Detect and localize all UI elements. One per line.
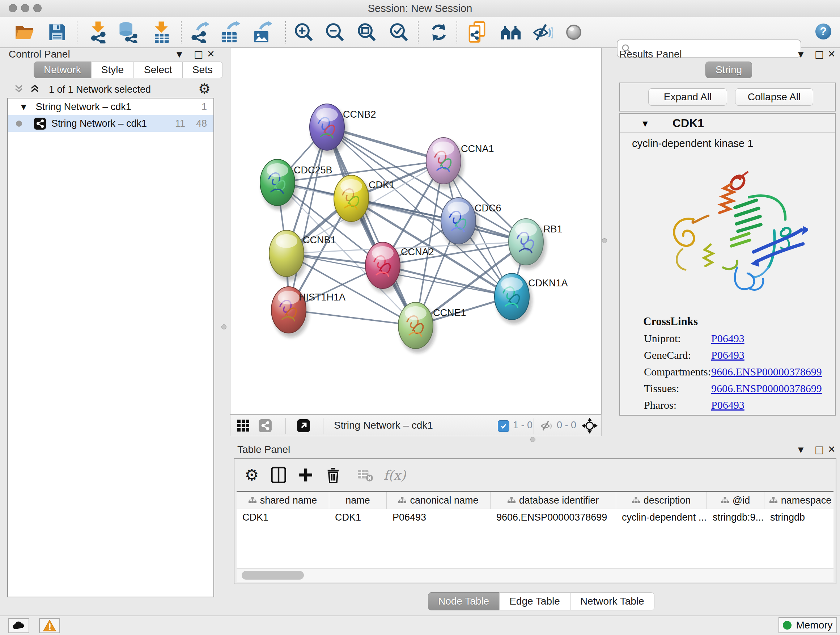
panel-menu-icon[interactable]: ▼	[798, 445, 804, 454]
node-label-cdc25b: CDC25B	[294, 165, 332, 176]
show-columns-button[interactable]	[267, 463, 290, 486]
column-header-shared-name[interactable]: shared name	[237, 492, 329, 509]
detach-view-button[interactable]	[295, 418, 312, 434]
status-bar: Memory	[0, 616, 840, 635]
gear-icon[interactable]: ⚙	[198, 82, 210, 96]
import-network-button[interactable]	[86, 19, 111, 45]
fx-icon: f(x)	[384, 468, 406, 483]
collapse-triangle-icon[interactable]: ▼	[21, 103, 27, 111]
table-cell[interactable]: 9606.ENSP00000378699	[491, 509, 616, 526]
toolbar-separator	[181, 21, 182, 43]
refresh-layout-button[interactable]	[426, 19, 451, 45]
import-network-from-database-button[interactable]	[116, 19, 141, 45]
collapse-triangle-icon[interactable]: ▼	[643, 119, 648, 127]
crosslink-row: Pharos:P06493	[644, 399, 745, 411]
hide-details-button[interactable]	[530, 19, 554, 45]
gene-panel-header[interactable]: ▼ CDK1	[620, 114, 835, 133]
zoom-selected-button[interactable]	[387, 19, 411, 45]
function-builder-button[interactable]: f(x)	[378, 463, 411, 486]
network-canvas[interactable]: CCNB2CCNA1CDC25BCDK1CDC6RB1CCNB1CCNA2CDK…	[230, 48, 602, 415]
tab-network[interactable]: Network	[34, 62, 91, 78]
float-panel-icon[interactable]: □	[815, 444, 824, 455]
crosslink-label: Compartments:	[644, 366, 711, 378]
import-table-button[interactable]	[149, 19, 174, 45]
scrollbar-thumb[interactable]	[242, 571, 304, 580]
collapse-all-button[interactable]: Collapse All	[735, 88, 813, 106]
column-header-canonical-name[interactable]: canonical name	[387, 492, 491, 509]
tab-node-table[interactable]: Node Table	[428, 592, 499, 610]
crosslink-row: Tissues:9606.ENSP00000378699	[644, 382, 822, 394]
export-table-button[interactable]	[218, 19, 242, 45]
close-panel-icon[interactable]: ✕	[828, 49, 836, 59]
tab-sets[interactable]: Sets	[182, 62, 223, 78]
close-panel-icon[interactable]: ✕	[207, 49, 215, 59]
houses-button[interactable]	[499, 19, 523, 45]
warning-status-button[interactable]	[39, 618, 60, 633]
save-session-button[interactable]	[45, 19, 69, 45]
table-cell[interactable]: CDK1	[329, 509, 387, 526]
column-header-namespace[interactable]: namespace	[764, 492, 834, 509]
network-view-share-button[interactable]	[256, 418, 274, 434]
export-image-button[interactable]	[249, 19, 274, 45]
crosslink-genecard[interactable]: P06493	[711, 349, 745, 361]
crosslink-uniprot[interactable]: P06493	[711, 333, 745, 344]
table-gear-button[interactable]: ⚙	[240, 463, 264, 486]
zoom-in-button[interactable]	[292, 19, 316, 45]
table-horizontal-scrollbar[interactable]	[237, 568, 834, 582]
splitter-handle[interactable]	[531, 437, 535, 442]
gene-symbol: CDK1	[673, 117, 704, 130]
crosslink-pharos[interactable]: P06493	[711, 399, 745, 411]
crosslink-label: Uniprot:	[644, 333, 711, 345]
memory-button[interactable]: Memory	[778, 617, 837, 633]
table-cell[interactable]: cyclin-dependent ...	[616, 509, 707, 526]
selected-checkbox-icon[interactable]	[498, 420, 509, 432]
float-panel-icon[interactable]: □	[194, 49, 203, 60]
zoom-out-button[interactable]	[323, 19, 347, 45]
column-header-database-identifier[interactable]: database identifier	[491, 492, 616, 509]
show-details-button[interactable]	[561, 19, 586, 45]
help-button[interactable]: ?	[813, 21, 834, 42]
crosslink-tissues[interactable]: 9606.ENSP00000378699	[711, 382, 822, 394]
add-column-button[interactable]	[294, 463, 317, 486]
delete-column-button[interactable]	[322, 463, 345, 486]
first-neighbors-button[interactable]	[465, 19, 490, 45]
panel-menu-icon[interactable]: ▼	[177, 50, 182, 59]
birds-eye-view-button[interactable]	[581, 417, 599, 434]
delete-table-button[interactable]	[354, 463, 377, 486]
table-panel-tabs: Node Table Edge Table Network Table	[428, 592, 654, 610]
splitter-handle[interactable]	[602, 238, 607, 243]
splitter-handle[interactable]	[221, 325, 226, 329]
tab-string[interactable]: String	[706, 62, 752, 78]
export-network-button[interactable]	[187, 19, 211, 45]
column-header-description[interactable]: description	[616, 492, 707, 509]
zoom-fit-button[interactable]	[355, 19, 379, 45]
expand-all-button[interactable]: Expand All	[648, 88, 727, 106]
folder-open-icon	[14, 23, 35, 41]
cloud-icon	[11, 621, 26, 631]
float-panel-icon[interactable]: □	[815, 49, 824, 60]
network-row[interactable]: String Network – cdk1 11 48	[8, 115, 213, 132]
network-edge[interactable]	[289, 127, 327, 310]
column-header-name[interactable]: name	[329, 492, 387, 509]
table-cell[interactable]: P06493	[387, 509, 491, 526]
table-cell[interactable]: stringdb	[764, 509, 834, 526]
panel-menu-icon[interactable]: ▼	[798, 50, 804, 59]
open-session-button[interactable]	[12, 19, 37, 45]
network-collection-row[interactable]: ▼ String Network – cdk1 1	[8, 98, 213, 115]
tab-style[interactable]: Style	[91, 62, 134, 78]
cloud-status-button[interactable]	[8, 618, 29, 633]
close-panel-icon[interactable]: ✕	[828, 444, 836, 455]
grid-view-button[interactable]	[235, 418, 252, 434]
tab-edge-table[interactable]: Edge Table	[499, 592, 570, 610]
table-row[interactable]: CDK1CDK1P064939606.ENSP00000378699cyclin…	[237, 509, 834, 526]
column-header--id[interactable]: @id	[707, 492, 764, 509]
network-graph[interactable]: CCNB2CCNA1CDC25BCDK1CDC6RB1CCNB1CCNA2CDK…	[231, 48, 601, 414]
plus-icon	[298, 467, 313, 483]
tab-select[interactable]: Select	[134, 62, 182, 78]
table-cell[interactable]: stringdb:9...	[707, 509, 764, 526]
main-toolbar: ?	[0, 17, 840, 48]
table-cell[interactable]: CDK1	[237, 509, 329, 526]
tab-network-table[interactable]: Network Table	[570, 592, 654, 610]
crosslink-compartments[interactable]: 9606.ENSP00000378699	[711, 366, 822, 378]
control-panel-title: Control Panel	[9, 49, 70, 60]
